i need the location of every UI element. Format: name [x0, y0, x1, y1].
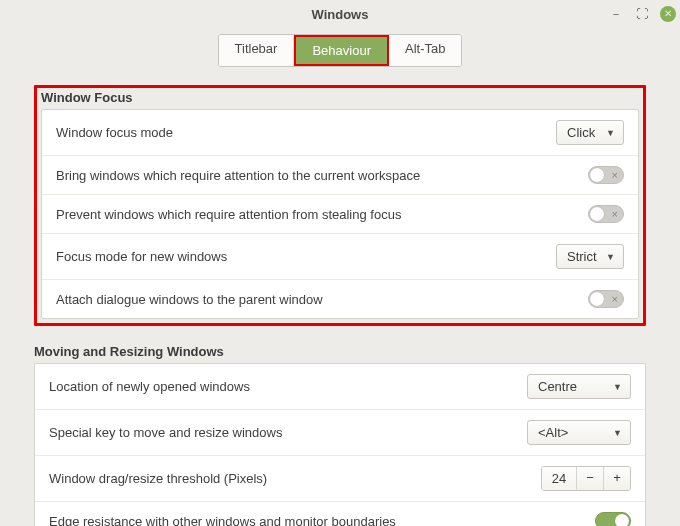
dropdown-new-window-location[interactable]: Centre ▼: [527, 374, 631, 399]
titlebar: Windows － ⛶ ✕: [0, 0, 680, 28]
row-new-window-focus: Focus mode for new windows Strict ▼: [42, 234, 638, 280]
focus-options-box: Window focus mode Click ▼ Bring windows …: [41, 109, 639, 319]
window-title: Windows: [0, 7, 680, 22]
tab-strip: Titlebar Behaviour Alt-Tab: [218, 34, 463, 67]
stepper-decrement[interactable]: −: [577, 467, 604, 490]
tab-titlebar[interactable]: Titlebar: [219, 35, 295, 66]
window-controls: － ⛶ ✕: [608, 0, 676, 28]
dropdown-new-window-location-value: Centre: [538, 379, 605, 394]
content-area: Window Focus Window focus mode Click ▼ B…: [0, 73, 680, 526]
section-window-focus: Window Focus Window focus mode Click ▼ B…: [34, 85, 646, 326]
section-title-moving: Moving and Resizing Windows: [34, 344, 646, 359]
label-bring-attention: Bring windows which require attention to…: [56, 168, 420, 183]
dropdown-special-key[interactable]: <Alt> ▼: [527, 420, 631, 445]
minimize-button[interactable]: －: [608, 6, 624, 22]
stepper-drag-threshold: 24 − +: [541, 466, 631, 491]
chevron-down-icon: ▼: [606, 128, 615, 138]
stepper-value[interactable]: 24: [542, 467, 577, 490]
row-focus-mode: Window focus mode Click ▼: [42, 110, 638, 156]
toggle-edge-resistance[interactable]: [595, 512, 631, 526]
toggle-bring-attention[interactable]: [588, 166, 624, 184]
stepper-increment[interactable]: +: [604, 467, 630, 490]
label-new-window-focus: Focus mode for new windows: [56, 249, 227, 264]
maximize-button[interactable]: ⛶: [634, 6, 650, 22]
tab-titlebar-label: Titlebar: [235, 41, 278, 56]
label-edge-resistance: Edge resistance with other windows and m…: [49, 514, 396, 527]
section-moving-resizing: Moving and Resizing Windows Location of …: [34, 344, 646, 526]
dropdown-focus-mode-value: Click: [567, 125, 598, 140]
dropdown-focus-mode[interactable]: Click ▼: [556, 120, 624, 145]
label-special-key: Special key to move and resize windows: [49, 425, 282, 440]
label-prevent-steal: Prevent windows which require attention …: [56, 207, 401, 222]
label-drag-threshold: Window drag/resize threshold (Pixels): [49, 471, 267, 486]
highlight-active-tab: Behaviour: [294, 35, 389, 66]
tab-alt-tab-label: Alt-Tab: [405, 41, 445, 56]
row-drag-threshold: Window drag/resize threshold (Pixels) 24…: [35, 456, 645, 502]
row-prevent-steal: Prevent windows which require attention …: [42, 195, 638, 234]
tab-behaviour-label: Behaviour: [312, 43, 371, 58]
tab-alt-tab[interactable]: Alt-Tab: [389, 35, 461, 66]
row-new-window-location: Location of newly opened windows Centre …: [35, 364, 645, 410]
dropdown-new-window-focus-value: Strict: [567, 249, 598, 264]
chevron-down-icon: ▼: [613, 382, 622, 392]
row-edge-resistance: Edge resistance with other windows and m…: [35, 502, 645, 526]
moving-options-box: Location of newly opened windows Centre …: [34, 363, 646, 526]
toggle-attach-dialogs[interactable]: [588, 290, 624, 308]
highlight-focus-section: Window Focus Window focus mode Click ▼ B…: [34, 85, 646, 326]
dropdown-special-key-value: <Alt>: [538, 425, 605, 440]
chevron-down-icon: ▼: [613, 428, 622, 438]
chevron-down-icon: ▼: [606, 252, 615, 262]
tab-behaviour[interactable]: Behaviour: [296, 37, 387, 64]
label-focus-mode: Window focus mode: [56, 125, 173, 140]
row-bring-attention: Bring windows which require attention to…: [42, 156, 638, 195]
dropdown-new-window-focus[interactable]: Strict ▼: [556, 244, 624, 269]
close-button[interactable]: ✕: [660, 6, 676, 22]
row-special-key: Special key to move and resize windows <…: [35, 410, 645, 456]
tab-strip-row: Titlebar Behaviour Alt-Tab: [0, 28, 680, 73]
row-attach-dialogs: Attach dialogue windows to the parent wi…: [42, 280, 638, 318]
section-title-focus: Window Focus: [37, 88, 643, 107]
label-new-window-location: Location of newly opened windows: [49, 379, 250, 394]
toggle-prevent-steal[interactable]: [588, 205, 624, 223]
label-attach-dialogs: Attach dialogue windows to the parent wi…: [56, 292, 323, 307]
